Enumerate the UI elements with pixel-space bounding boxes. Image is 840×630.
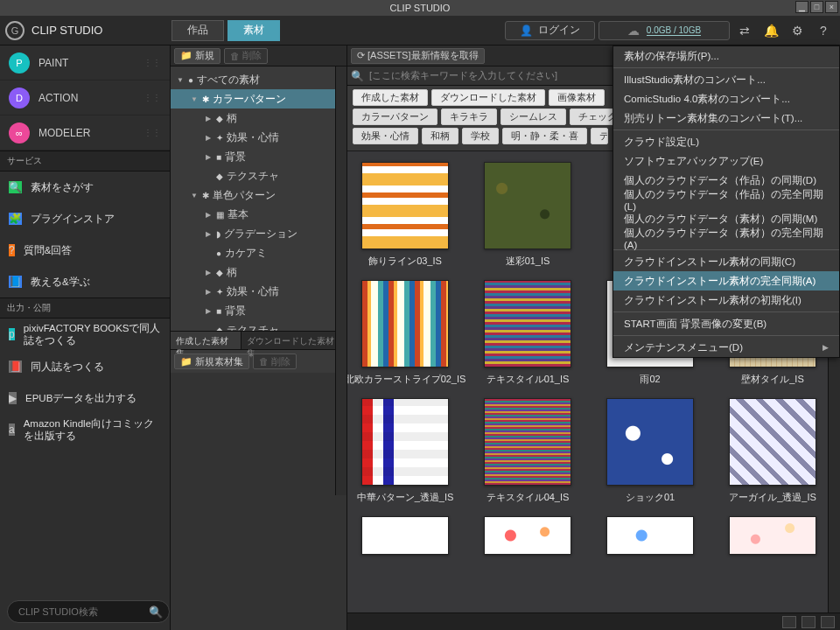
menu-item[interactable]: ComicStudio 4.0素材のコンバート... — [613, 89, 839, 108]
search-icon[interactable]: 🔍 — [149, 606, 163, 619]
tree-node[interactable]: ▶ ◆ 柄 — [171, 262, 346, 282]
tree-scrollbar[interactable] — [335, 66, 346, 495]
material-item[interactable]: 北欧カラーストライプ02_IS — [361, 280, 449, 386]
material-item[interactable]: テキスタイル01_IS — [484, 280, 571, 386]
app-label: MODELER — [38, 127, 90, 139]
tree-node[interactable]: ◆ テクスチャ — [171, 166, 346, 186]
sidebar-service-item[interactable]: 🧩 プラグインストア — [0, 203, 170, 234]
window-minimize-button[interactable]: ▁ — [795, 1, 808, 13]
tree-tab-downloaded[interactable]: ダウンロードした素材集 — [242, 332, 346, 349]
filter-tag[interactable]: 学校 — [462, 128, 499, 144]
sync-icon[interactable]: ⇄ — [733, 21, 756, 40]
tree-node[interactable]: ▼ ✱ カラーパターン — [171, 89, 346, 108]
material-item[interactable]: テキスタイル04_IS — [484, 398, 571, 504]
notifications-icon[interactable]: 🔔 — [760, 21, 782, 40]
filter-tag[interactable]: 明・静・柔・喜 — [502, 128, 587, 144]
sidebar-output-item[interactable]: a Amazon Kindle向けコミックを出版する — [0, 414, 170, 446]
tree-delset-button[interactable]: 🗑削除 — [253, 354, 297, 369]
material-item[interactable]: 迷彩01_IS — [484, 162, 571, 268]
menu-item[interactable]: 個人のクラウドデータ（作品）の完全同期(L) — [613, 190, 839, 209]
tree-node-label: カケアミ — [225, 247, 267, 260]
help-icon[interactable]: ? — [812, 21, 835, 40]
menu-item-label: 個人のクラウドデータ（素材）の完全同期(A) — [624, 227, 829, 250]
sidebar: P PAINT ⋮⋮ D ACTION ⋮⋮ ∞ MODELER ⋮⋮ サービス… — [0, 46, 171, 630]
view-list-icon[interactable] — [802, 616, 816, 628]
material-label: アーガイル_透過_IS — [729, 491, 816, 504]
menu-item[interactable]: メンテナンスメニュー(D) ▶ — [613, 338, 839, 357]
sidebar-service-item[interactable]: 📘 教える&学ぶ — [0, 266, 170, 298]
menu-item-label: START画面 背景画像の変更(B) — [624, 318, 766, 331]
filter-tag-more[interactable]: テ — [591, 128, 608, 144]
login-button[interactable]: 👤 ログイン — [505, 21, 595, 40]
tree-newset-button[interactable]: 📁新規素材集 — [174, 354, 249, 369]
settings-gear-icon[interactable]: ⚙ — [786, 21, 808, 40]
tree-node[interactable]: ▶ ▦ 基本 — [171, 205, 346, 224]
filter-tag[interactable]: 画像素材 — [549, 89, 605, 106]
sidebar-app-modeler[interactable]: ∞ MODELER ⋮⋮ — [0, 116, 170, 150]
tree-delete-button[interactable]: 🗑削除 — [224, 48, 268, 64]
sidebar-output-item[interactable]: 📕 同人誌をつくる — [0, 351, 170, 382]
tree-node[interactable]: ▶ ■ 背景 — [171, 147, 346, 166]
tree-tab-created[interactable]: 作成した素材集 — [171, 332, 242, 349]
material-item[interactable]: 中華パターン_透過_IS — [361, 398, 449, 504]
tab-materials[interactable]: 素材 — [228, 20, 280, 41]
view-grid-icon[interactable] — [782, 616, 796, 628]
menu-item[interactable]: 素材の保存場所(P)... — [613, 46, 839, 66]
tab-works[interactable]: 作品 — [172, 20, 224, 41]
menu-item[interactable]: 個人のクラウドデータ（素材）の完全同期(A) — [613, 228, 839, 248]
filter-tag[interactable]: キラキラ — [441, 108, 497, 125]
menu-item[interactable]: 別売りトーン素材集のコンバート(T)... — [613, 108, 839, 128]
service-label: 教える&学ぶ — [31, 276, 90, 288]
menu-item[interactable]: START画面 背景画像の変更(B) — [613, 314, 839, 333]
output-label: pixivFACTORY BOOKSで同人誌をつくる — [24, 322, 161, 347]
filter-tag[interactable]: 効果・心情 — [353, 128, 418, 144]
tree-node[interactable]: ▶ ■ 背景 — [171, 301, 346, 320]
sidebar-app-paint[interactable]: P PAINT ⋮⋮ — [0, 46, 170, 80]
tree-node[interactable]: ▼ ✱ 単色パターン — [171, 186, 346, 205]
menu-item[interactable]: IllustStudio素材のコンバート... — [613, 70, 839, 89]
sidebar-app-action[interactable]: D ACTION ⋮⋮ — [0, 80, 170, 116]
material-item[interactable] — [729, 516, 816, 555]
filter-tag[interactable]: 作成した素材 — [353, 89, 428, 106]
menu-item[interactable]: クラウドインストール素材の同期(C) — [613, 252, 839, 271]
output-label: Amazon Kindle向けコミックを出版する — [24, 417, 161, 443]
material-label: 迷彩01_IS — [506, 255, 550, 268]
menu-item[interactable]: クラウドインストール素材の完全同期(A) — [613, 271, 839, 290]
material-item[interactable]: ショック01 — [606, 398, 694, 504]
menu-item[interactable]: クラウドインストール素材の初期化(I) — [613, 290, 839, 310]
cloud-storage-indicator[interactable]: ☁ 0.0GB / 10GB — [598, 21, 730, 40]
tree-node[interactable]: ▶ ✦ 効果・心情 — [171, 128, 346, 147]
sidebar-service-item[interactable]: 🔍 素材をさがす — [0, 172, 170, 203]
material-item[interactable]: 飾りライン03_IS — [361, 162, 449, 268]
material-thumbnail — [361, 280, 449, 368]
menu-item[interactable]: ソフトウェアバックアップ(E) — [613, 151, 839, 171]
filter-tag[interactable]: 和柄 — [422, 128, 458, 144]
refresh-button[interactable]: ⟳[ASSETS]最新情報を取得 — [351, 48, 485, 64]
menu-item-label: 個人のクラウドデータ（作品）の同期(D) — [624, 174, 816, 187]
filter-tag[interactable]: カラーパターン — [353, 108, 438, 125]
tree-new-button[interactable]: 📁新規 — [174, 48, 220, 64]
sidebar-output-item[interactable]: p pixivFACTORY BOOKSで同人誌をつくる — [0, 318, 170, 351]
material-item[interactable] — [606, 516, 694, 555]
menu-item[interactable]: クラウド設定(L) — [613, 132, 839, 151]
tree-node[interactable]: ● カケアミ — [171, 243, 346, 262]
filter-tag[interactable]: シームレス — [500, 108, 566, 125]
tree-node[interactable]: ▶ ✦ 効果・心情 — [171, 282, 346, 301]
tree-node[interactable]: ▶ ◆ 柄 — [171, 108, 346, 128]
window-maximize-button[interactable]: □ — [810, 1, 823, 13]
view-detail-icon[interactable] — [821, 616, 835, 628]
header-bar: G CLIP STUDIO 作品 素材 👤 ログイン ☁ 0.0GB / 10G… — [0, 16, 840, 46]
sidebar-search-input[interactable] — [7, 600, 170, 623]
tree-node-label: テクスチャ — [227, 324, 279, 332]
tree-root[interactable]: ▼●すべての素材 — [171, 70, 346, 89]
window-close-button[interactable]: × — [825, 1, 838, 13]
content-panel: ⟳[ASSETS]最新情報を取得 ⓘ管理 🗑削除 🔍 [ここに検索キーワードを入… — [347, 46, 840, 630]
material-item[interactable] — [361, 516, 449, 555]
tree-node[interactable]: ▶ ◗ グラデーション — [171, 224, 346, 243]
sidebar-output-item[interactable]: ▶ EPUBデータを出力する — [0, 382, 170, 414]
sidebar-service-item[interactable]: ? 質問&回答 — [0, 234, 170, 266]
filter-tag[interactable]: ダウンロードした素材 — [431, 89, 545, 106]
material-item[interactable] — [484, 516, 571, 555]
tree-node[interactable]: ◆ テクスチャ — [171, 320, 346, 331]
material-item[interactable]: アーガイル_透過_IS — [729, 398, 816, 504]
